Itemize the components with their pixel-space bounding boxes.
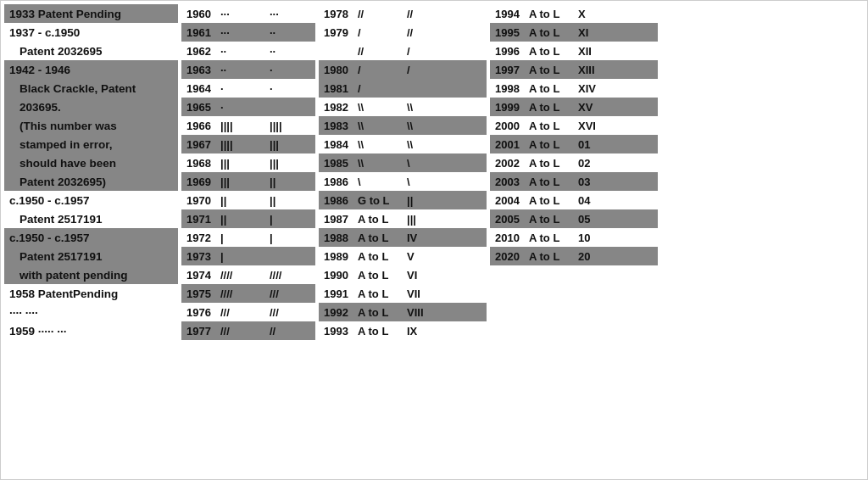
year-label: 1966 [186,120,220,132]
year-label: 1985 [324,157,358,170]
val2: IV [407,232,449,244]
val1: A to L [529,82,578,95]
year-label: 2010 [495,232,529,244]
year-label: 2000 [495,120,529,132]
val1: /// [220,325,270,338]
year-label: 2002 [495,157,529,170]
col3-row-16: 1992A to LVIII [319,303,487,321]
col1-row-2: Patent 2032695 [4,42,178,60]
val2: ··· [270,8,312,20]
col1-cell-text-9: Patent 2032695) [9,176,106,188]
year-label: 1984 [324,138,358,151]
val2: 01 [578,138,620,151]
year-label: 1996 [495,45,529,58]
val1: · [220,82,270,95]
val2: ·· [270,45,312,58]
val1: A to L [529,101,578,114]
col1-cell-text-6: (This number was [9,120,117,132]
val2: ||| [270,138,312,151]
year-label: 1975 [186,287,220,300]
col2-row-4: 1964·· [181,79,315,98]
col4-row-0: 1994A to LX [490,4,658,23]
year-label: 1974 [186,269,220,282]
col4-row-4: 1998A to LXIV [490,79,658,98]
col1-row-5: 203695. [4,98,178,116]
val2: | [270,213,312,226]
col2-row-7: 1967||||||| [181,135,315,153]
col4-row-10: 2004A to L04 [490,191,658,209]
val1: ·· [220,64,270,76]
year-label: 1991 [324,287,358,300]
col3-row-12: 1988A to LIV [319,228,487,247]
col4-row-1: 1995A to LXI [490,23,658,42]
col2-row-12: 1972|| [181,228,315,247]
col1-row-6: (This number was [4,116,178,135]
col3-row-7: 1984\\\\ [319,135,487,153]
col2-row-15: 1975/////// [181,284,315,303]
col1-row-13: Patent 2517191 [4,247,178,265]
val2: | [270,232,312,244]
val2: // [270,325,312,338]
col1-row-15: 1958 PatentPending [4,284,178,303]
col3-row-6: 1983\\\\ [319,116,487,135]
year-label: 1989 [324,250,358,263]
col1-cell-text-4: Black Crackle, Patent [9,82,136,95]
col3-row-0: 1978//// [319,4,487,23]
val1: A to L [358,306,407,319]
val1: A to L [529,8,578,20]
col1-cell-text-17: 1959 ····· ··· [9,325,67,338]
val1: A to L [529,26,578,39]
val2: V [407,250,449,263]
col1-cell-text-1: 1937 - c.1950 [9,26,80,39]
year-label: 1965 [186,101,220,114]
val1: | [220,232,270,244]
year-label: 1970 [186,194,220,207]
val1: \\ [358,157,407,170]
year-label: 1998 [495,82,529,95]
col1-cell-text-5: 203695. [9,101,61,114]
year-label: 1979 [324,26,358,39]
col3-row-11: 1987A to L||| [319,209,487,228]
val2: \ [407,176,449,188]
year-label: 1986 [324,194,358,207]
val2: 04 [578,194,620,207]
col1-cell-text-8: should have been [9,157,116,170]
col4-row-7: 2001A to L01 [490,135,658,153]
val1: /// [220,306,270,319]
year-label: 1968 [186,157,220,170]
col1-cell-text-16: ···· ···· [9,306,38,319]
year-label: 1973 [186,250,220,263]
year-label: 1999 [495,101,529,114]
col3-row-2: /// [319,42,487,60]
col4-row-11: 2005A to L05 [490,209,658,228]
val1: A to L [529,157,578,170]
year-label: 2004 [495,194,529,207]
val2: \\ [407,120,449,132]
col3-row-4: 1981/ [319,79,487,98]
col4-row-2: 1996A to LXII [490,42,658,60]
val2: \\ [407,101,449,114]
col1-row-14: with patent pending [4,265,178,284]
col3-row-8: 1985\\\ [319,153,487,172]
val1: A to L [358,269,407,282]
year-label: 1987 [324,213,358,226]
year-label: 2020 [495,250,529,263]
val2: |||| [270,120,312,132]
col2-row-17: 1977///// [181,321,315,340]
val1: //// [220,269,270,282]
col3-row-13: 1989A to LV [319,247,487,265]
col1-cell-text-2: Patent 2032695 [9,45,103,58]
main-container: 1933 Patent Pending1937 - c.1950Patent 2… [0,0,868,480]
col1-cell-text-12: c.1950 - c.1957 [9,232,90,244]
val2: || [407,194,449,207]
year-label: 1997 [495,64,529,76]
val2: · [270,64,312,76]
val1: \\ [358,101,407,114]
val1: ||| [220,176,270,188]
col4-row-6: 2000A to LXVI [490,116,658,135]
col1-row-16: ···· ···· [4,303,178,321]
val1: A to L [529,120,578,132]
val2: VI [407,269,449,282]
year-label: 1977 [186,325,220,338]
val2: /// [270,306,312,319]
